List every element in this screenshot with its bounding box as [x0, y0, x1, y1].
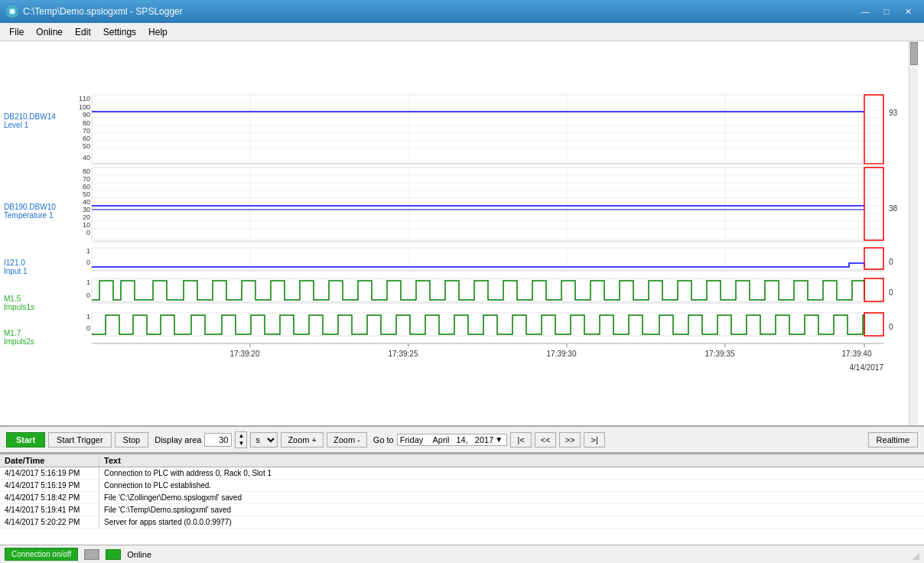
svg-rect-14 — [92, 95, 883, 164]
log-cell-text: File 'C:\Zollinger\Demo.spslogxml' saved — [99, 492, 924, 503]
realtime-button[interactable]: Realtime — [868, 432, 918, 447]
menu-file[interactable]: File — [3, 25, 30, 39]
svg-text:0: 0 — [86, 324, 90, 332]
svg-text:0: 0 — [889, 288, 893, 297]
nav-first-button[interactable]: |< — [510, 432, 532, 447]
svg-text:M1.5: M1.5 — [4, 295, 21, 303]
svg-text:17:39:30: 17:39:30 — [547, 350, 577, 358]
svg-text:17:39:40: 17:39:40 — [842, 350, 872, 358]
menu-online[interactable]: Online — [30, 25, 69, 39]
svg-text:4/14/2017: 4/14/2017 — [850, 363, 884, 372]
log-header-datetime: Date/Time — [0, 454, 99, 467]
main-area: DB210.DBW14 Level 1 110 100 90 80 70 60 … — [0, 41, 924, 425]
svg-rect-83 — [92, 313, 883, 336]
date-separator-2 — [451, 435, 454, 444]
svg-text:60: 60 — [83, 135, 90, 142]
log-row: 4/14/2017 5:20:22 PM Server for apps sta… — [0, 516, 924, 529]
display-value-spinner[interactable]: ▲ ▼ — [235, 431, 247, 448]
log-cell-datetime: 4/14/2017 5:18:42 PM — [0, 492, 99, 503]
log-cell-text: Connection to PLC established. — [99, 480, 924, 491]
svg-text:40: 40 — [83, 198, 90, 206]
log-cell-text: Server for apps started (0.0.0.0:9977) — [99, 516, 924, 528]
log-area: Date/Time Text 4/14/2017 5:16:19 PM Conn… — [0, 453, 924, 545]
goto-label: Go to — [373, 435, 394, 444]
log-cell-text: File 'C:\Temp\Demo.spslogxml' saved — [99, 504, 924, 516]
resize-handle[interactable] — [909, 549, 919, 560]
svg-text:93: 93 — [889, 109, 898, 117]
nav-prev-button[interactable]: << — [535, 432, 556, 447]
svg-text:1: 1 — [86, 278, 90, 286]
svg-text:0: 0 — [86, 291, 90, 299]
stop-button[interactable]: Stop — [115, 432, 149, 447]
svg-text:Input 1: Input 1 — [4, 267, 28, 275]
log-row: 4/14/2017 5:18:42 PM File 'C:\Zollinger\… — [0, 492, 924, 504]
svg-text:80: 80 — [83, 119, 90, 127]
close-button[interactable]: ✕ — [898, 4, 918, 19]
svg-text:70: 70 — [83, 175, 90, 183]
start-trigger-button[interactable]: Start Trigger — [48, 432, 112, 447]
connection-button[interactable]: Connection on/off — [5, 548, 78, 561]
date-day: 14, — [457, 435, 468, 444]
svg-rect-40 — [92, 168, 883, 240]
svg-text:0: 0 — [86, 229, 90, 236]
menu-settings[interactable]: Settings — [97, 25, 142, 39]
svg-text:DB210.DBW14: DB210.DBW14 — [4, 112, 56, 121]
unit-select[interactable]: s m h — [250, 432, 278, 447]
svg-text:90: 90 — [83, 111, 90, 119]
svg-text:0: 0 — [889, 258, 893, 266]
log-row: 4/14/2017 5:16:19 PM Connection to PLC e… — [0, 480, 924, 492]
window-title: C:\Temp\Demo.spslogxml - SPSLogger — [23, 6, 183, 17]
display-value-input[interactable] — [204, 433, 232, 447]
nav-last-button[interactable]: >| — [584, 432, 605, 447]
svg-text:Impuls1s: Impuls1s — [4, 303, 34, 311]
log-rows: 4/14/2017 5:16:19 PM Connection to PLC w… — [0, 467, 924, 529]
date-dropdown-button[interactable]: ▼ — [493, 435, 504, 444]
svg-text:50: 50 — [83, 142, 90, 150]
charts-svg: DB210.DBW14 Level 1 110 100 90 80 70 60 … — [0, 41, 909, 416]
date-separator-1 — [425, 435, 430, 444]
nav-next-button[interactable]: >> — [559, 432, 581, 447]
menu-edit[interactable]: Edit — [69, 25, 97, 39]
svg-text:1: 1 — [86, 313, 90, 321]
log-cell-datetime: 4/14/2017 5:16:19 PM — [0, 467, 99, 479]
svg-text:50: 50 — [83, 190, 90, 198]
svg-text:Impuls2s: Impuls2s — [4, 337, 34, 346]
log-cell-datetime: 4/14/2017 5:16:19 PM — [0, 480, 99, 491]
svg-text:110: 110 — [79, 95, 90, 103]
svg-rect-61 — [92, 248, 883, 269]
vertical-scrollbar[interactable] — [909, 41, 918, 425]
menu-help[interactable]: Help — [142, 25, 174, 39]
svg-text:M1.7: M1.7 — [4, 329, 21, 337]
svg-text:38: 38 — [889, 204, 898, 213]
menu-bar: File Online Edit Settings Help — [0, 23, 924, 41]
app-icon — [6, 5, 18, 18]
display-area-label: Display area — [155, 435, 201, 444]
log-row: 4/14/2017 5:16:19 PM Connection to PLC w… — [0, 467, 924, 480]
svg-text:DB190.DBW10: DB190.DBW10 — [4, 203, 56, 211]
svg-text:60: 60 — [83, 183, 90, 190]
date-picker[interactable]: Friday April 14, 2017 ▼ — [397, 434, 508, 446]
maximize-button[interactable]: □ — [877, 4, 896, 19]
status-bar: Connection on/off Online — [0, 545, 924, 563]
zoom-out-button[interactable]: Zoom - — [327, 432, 367, 447]
svg-text:I121.0: I121.0 — [4, 259, 25, 267]
toolbar: Start Start Trigger Stop Display area ▲ … — [0, 425, 924, 453]
svg-text:10: 10 — [83, 221, 90, 229]
svg-text:0: 0 — [86, 259, 90, 266]
zoom-in-button[interactable]: Zoom + — [281, 432, 324, 447]
title-bar: C:\Temp\Demo.spslogxml - SPSLogger — □ ✕ — [0, 0, 924, 23]
svg-point-1 — [10, 9, 15, 14]
spinner-up-button[interactable]: ▲ — [236, 432, 246, 440]
spinner-down-button[interactable]: ▼ — [236, 440, 246, 447]
svg-text:Temperature 1: Temperature 1 — [4, 211, 54, 220]
date-year: 2017 — [475, 435, 493, 444]
date-month: April — [432, 435, 449, 444]
date-day-name: Friday — [400, 435, 424, 444]
svg-text:17:39:20: 17:39:20 — [230, 350, 260, 358]
start-button[interactable]: Start — [6, 432, 45, 447]
svg-text:Level 1: Level 1 — [4, 121, 29, 129]
log-cell-text: Connection to PLC with address 0, Rack 0… — [99, 467, 924, 479]
svg-text:100: 100 — [79, 103, 90, 111]
minimize-button[interactable]: — — [855, 4, 875, 19]
log-row: 4/14/2017 5:19:41 PM File 'C:\Temp\Demo.… — [0, 504, 924, 516]
